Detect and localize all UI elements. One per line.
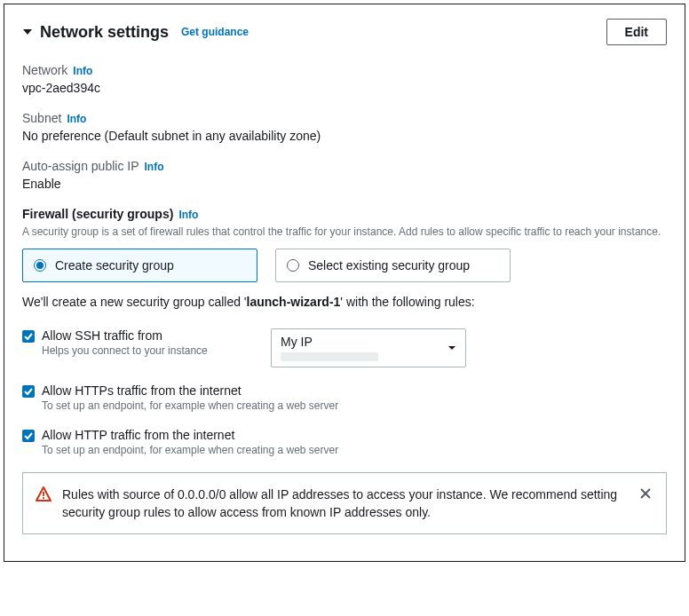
create-sg-label: Create security group xyxy=(55,258,174,272)
network-field: Network Info vpc-2aed394c xyxy=(22,63,667,95)
firewall-label: Firewall (security groups) xyxy=(22,207,173,221)
firewall-desc: A security group is a set of firewall ru… xyxy=(22,225,667,240)
rule-http-title: Allow HTTP traffic from the internet xyxy=(42,428,338,442)
rule-https-sub: To set up an endpoint, for example when … xyxy=(42,399,338,412)
panel-header: Network settings Get guidance Edit xyxy=(4,4,685,56)
firewall-section: Firewall (security groups) Info A securi… xyxy=(22,207,667,534)
public-ip-label: Auto-assign public IP xyxy=(22,159,139,173)
subnet-field: Subnet Info No preference (Default subne… xyxy=(22,111,667,143)
select-existing-security-group-radio[interactable]: Select existing security group xyxy=(275,249,511,282)
warning-icon xyxy=(36,486,51,505)
network-label: Network xyxy=(22,63,67,77)
svg-rect-0 xyxy=(43,492,44,496)
public-ip-value: Enable xyxy=(22,177,667,191)
caret-down-icon[interactable] xyxy=(22,27,33,37)
ssh-source-ip-redacted xyxy=(281,352,378,361)
ssh-source-select[interactable]: My IP xyxy=(271,328,466,367)
network-value: vpc-2aed394c xyxy=(22,81,667,95)
existing-sg-label: Select existing security group xyxy=(308,258,470,272)
rule-ssh-title: Allow SSH traffic from xyxy=(42,328,208,343)
rule-ssh: Allow SSH traffic from Helps you connect… xyxy=(22,328,667,367)
create-sg-description: We'll create a new security group called… xyxy=(22,295,667,309)
open-cidr-warning: Rules with source of 0.0.0.0/0 allow all… xyxy=(22,472,667,535)
svg-rect-1 xyxy=(43,497,44,499)
rule-ssh-sub: Helps you connect to your instance xyxy=(42,344,208,357)
rule-https-title: Allow HTTPs traffic from the internet xyxy=(42,383,338,398)
get-guidance-link[interactable]: Get guidance xyxy=(181,26,249,38)
panel-title: Network settings xyxy=(40,23,169,42)
subnet-label: Subnet xyxy=(22,111,61,125)
allow-https-checkbox[interactable] xyxy=(22,385,35,398)
close-icon[interactable] xyxy=(638,486,653,504)
public-ip-info-link[interactable]: Info xyxy=(145,161,164,173)
firewall-radio-group: Create security group Select existing se… xyxy=(22,249,667,282)
subnet-value: No preference (Default subnet in any ava… xyxy=(22,129,667,143)
firewall-info-link[interactable]: Info xyxy=(178,209,198,221)
panel-body: Network Info vpc-2aed394c Subnet Info No… xyxy=(4,56,685,561)
subnet-info-link[interactable]: Info xyxy=(67,113,86,125)
edit-button[interactable]: Edit xyxy=(606,19,667,45)
public-ip-field: Auto-assign public IP Info Enable xyxy=(22,159,667,191)
chevron-down-icon xyxy=(447,344,456,352)
rule-http: Allow HTTP traffic from the internet To … xyxy=(22,428,667,456)
warning-text: Rules with source of 0.0.0.0/0 allow all… xyxy=(62,486,627,522)
radio-icon xyxy=(34,259,46,272)
allow-http-checkbox[interactable] xyxy=(22,430,35,442)
rule-http-sub: To set up an endpoint, for example when … xyxy=(42,444,338,456)
panel-header-left: Network settings Get guidance xyxy=(22,23,249,42)
rule-https: Allow HTTPs traffic from the internet To… xyxy=(22,383,667,412)
network-settings-panel: Network settings Get guidance Edit Netwo… xyxy=(4,4,685,562)
network-info-link[interactable]: Info xyxy=(73,65,92,77)
ssh-source-value: My IP xyxy=(281,335,378,349)
radio-icon xyxy=(287,259,299,272)
allow-ssh-checkbox[interactable] xyxy=(22,330,35,343)
create-security-group-radio[interactable]: Create security group xyxy=(22,249,257,282)
